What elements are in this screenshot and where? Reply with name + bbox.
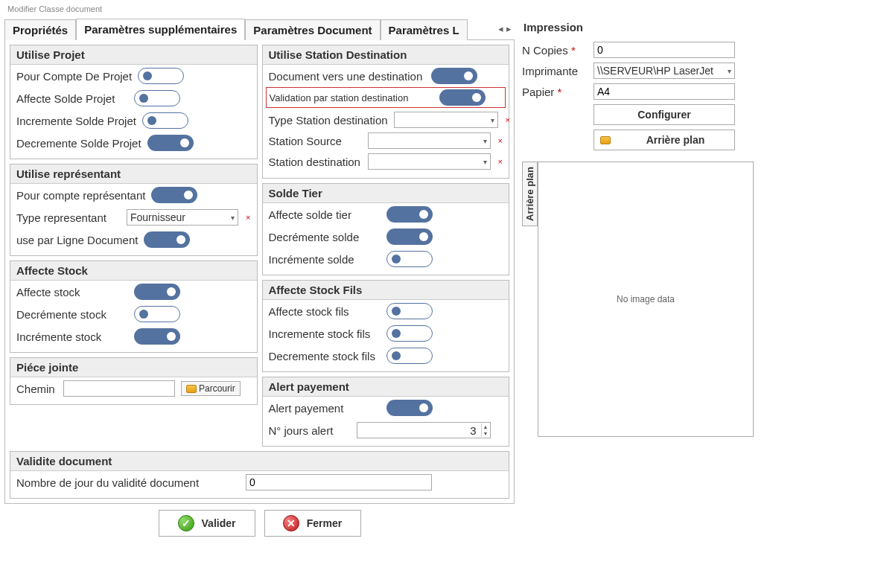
label-imprimante: Imprimante (522, 65, 589, 77)
group-utilise-projet: Utilise Projet Pour Compte De Projet Aff… (10, 45, 258, 159)
label-pour-compte-repr: Pour compte représentant (16, 189, 145, 202)
clear-icon[interactable]: × (246, 213, 250, 222)
folder-icon (600, 136, 611, 144)
label-decr-solde-projet: Decremente Solde Projet (16, 137, 141, 150)
valider-button[interactable]: ✓ Valider (159, 510, 255, 537)
preview-placeholder: No image data (617, 294, 675, 304)
label-pour-compte-projet: Pour Compte De Projet (16, 70, 132, 83)
chevron-down-icon: ▾ (489, 116, 496, 124)
dropdown-imprimante[interactable]: \\SERVEUR\HP LaserJet ▾ (594, 63, 735, 79)
toggle-pour-compte-projet[interactable] (138, 68, 184, 84)
group-piece-jointe: Piéce jointe Chemin Parcourir (10, 357, 258, 405)
spinner-value: 3 (357, 424, 481, 437)
label-decr-solde: Decrémente solde (269, 231, 381, 243)
tab-params-supp[interactable]: Paramètres supplémentaires (76, 19, 245, 40)
input-chemin[interactable] (63, 380, 175, 397)
group-affecte-stock-fils: Affecte Stock Fils Affecte stock fils In… (262, 280, 510, 372)
toggle-incr-stock-fils[interactable] (386, 325, 433, 342)
impression-title: Impression (522, 18, 850, 39)
toggle-alert-payement[interactable] (386, 400, 433, 416)
toggle-affecte-stock-fils[interactable] (386, 303, 433, 319)
fermer-button[interactable]: ✕ Fermer (264, 510, 361, 537)
toggle-decr-stock[interactable] (134, 306, 180, 322)
label-validation-station: Validation par station destination (270, 92, 433, 103)
label-type-repr: Type representant (16, 211, 121, 224)
group-header: Utilise Projet (10, 45, 257, 65)
toggle-pour-compte-repr[interactable] (151, 187, 197, 203)
arriere-plan-button[interactable]: Arrière plan (594, 130, 735, 150)
label-affecte-stock: Affecte stock (16, 286, 128, 298)
group-header: Solde Tier (263, 184, 509, 203)
label-use-ligne: use par Ligne Document (16, 234, 138, 246)
label-decr-stock: Decrémente stock (16, 308, 128, 321)
toggle-incr-solde-projet[interactable] (142, 112, 188, 129)
clear-icon[interactable]: × (498, 157, 503, 166)
chevron-down-icon: ▾ (482, 158, 489, 166)
input-copies[interactable] (594, 42, 735, 58)
group-utilise-station: Utilise Station Destination Document ver… (262, 45, 510, 179)
tab-proprietes[interactable]: Propriétés (4, 19, 76, 40)
group-header: Piéce jointe (10, 358, 257, 377)
browse-button[interactable]: Parcourir (181, 381, 241, 396)
arriere-plan-label: Arrière plan (617, 134, 734, 146)
label-affecte-solde-projet: Affecte Solde Projet (16, 92, 128, 105)
tab-scroll-right-icon[interactable]: ▸ (506, 23, 512, 34)
label-incr-stock-fils: Incremente stock fils (269, 327, 381, 340)
check-icon: ✓ (178, 515, 194, 531)
clear-icon[interactable]: × (498, 136, 503, 145)
label-doc-vers-dest: Document vers une destination (269, 70, 425, 83)
spinner-jours-alert[interactable]: 3 ▲ ▼ (357, 422, 491, 438)
label-station-dest: Station destination (269, 156, 362, 168)
toggle-decr-solde-projet[interactable] (147, 135, 194, 151)
group-utilise-representant: Utilise représentant Pour compte représe… (10, 164, 258, 256)
toggle-doc-vers-dest[interactable] (431, 68, 477, 84)
toggle-affecte-stock[interactable] (134, 284, 180, 300)
toggle-incr-stock[interactable] (134, 328, 180, 345)
group-affecte-stock: Affecte Stock Affecte stock Decrémente s… (10, 261, 258, 353)
configurer-label: Configurer (637, 109, 691, 121)
toggle-decr-solde[interactable] (386, 229, 433, 245)
fermer-label: Fermer (307, 517, 342, 529)
toggle-use-ligne[interactable] (144, 231, 190, 248)
label-nb-jours-validite: Nombre de jour du validité document (16, 476, 240, 489)
input-papier[interactable] (594, 83, 735, 100)
dropdown-type-station[interactable]: ▾ (394, 112, 498, 128)
toggle-decr-stock-fils[interactable] (386, 348, 433, 364)
preview-side-tab[interactable]: Arrière plan (522, 162, 538, 226)
label-jours-alert: N° jours alert (269, 424, 351, 437)
input-nb-jours-validite[interactable] (246, 474, 432, 490)
tab-params-l[interactable]: Paramètres L (381, 19, 468, 40)
configurer-button[interactable]: Configurer (594, 104, 735, 125)
group-validite: Validite document Nombre de jour du vali… (10, 451, 509, 499)
dropdown-value: Fournisseur (130, 211, 229, 223)
toggle-incr-solde[interactable] (386, 251, 433, 267)
toggle-affecte-solde-tier[interactable] (386, 206, 433, 223)
label-affecte-solde-tier: Affecte solde tier (269, 208, 381, 221)
label-incr-solde: Incrémente solde (269, 253, 381, 266)
label-decr-stock-fils: Decremente stock fils (269, 350, 381, 362)
browse-label: Parcourir (199, 383, 235, 394)
chevron-down-icon: ▾ (482, 137, 489, 145)
label-type-station: Type Station destination (269, 114, 388, 127)
group-header: Utilise Station Destination (263, 45, 509, 65)
preview-image: No image data (538, 162, 754, 437)
label-copies: N Copies * (522, 44, 589, 57)
toggle-validation-station[interactable] (439, 89, 486, 106)
tab-scroll-left-icon[interactable]: ◂ (498, 23, 503, 34)
label-incr-solde-projet: Incremente Solde Projet (16, 115, 136, 127)
toggle-affecte-solde-projet[interactable] (134, 90, 180, 106)
clear-icon[interactable]: × (506, 115, 510, 124)
group-header: Affecte Stock Fils (263, 281, 509, 300)
chevron-down-icon: ▾ (229, 214, 236, 222)
valider-label: Valider (202, 517, 236, 529)
label-papier: Papier * (522, 86, 589, 98)
spinner-up-icon[interactable]: ▲ (482, 424, 490, 430)
dropdown-station-dest[interactable]: ▾ (368, 153, 491, 170)
label-chemin: Chemin (16, 383, 57, 395)
group-header: Validite document (10, 452, 509, 471)
tab-params-document[interactable]: Paramètres Document (245, 19, 380, 40)
dropdown-type-representant[interactable]: Fournisseur ▾ (127, 209, 238, 226)
group-header: Alert payement (263, 377, 509, 397)
dropdown-station-source[interactable]: ▾ (368, 132, 491, 149)
spinner-down-icon[interactable]: ▼ (482, 430, 490, 437)
